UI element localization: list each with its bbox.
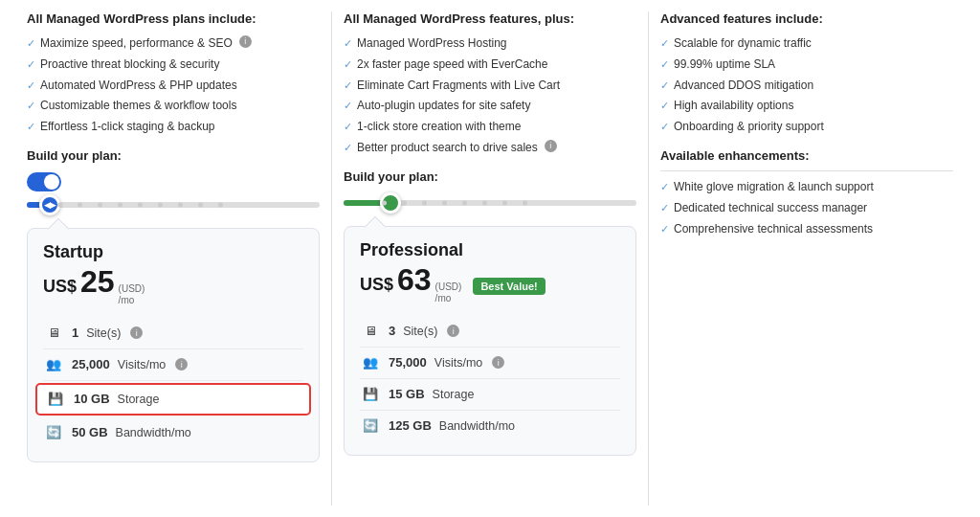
slider-dot bbox=[118, 202, 122, 207]
slider-dot bbox=[57, 202, 62, 207]
feature-text: Effortless 1-click staging & backup bbox=[40, 119, 215, 135]
list-item: ✓ Better product search to drive sales i bbox=[344, 140, 636, 156]
slider-dot bbox=[482, 200, 487, 205]
plan-spec-bandwidth: 🔄 50 GB Bandwidth/mo bbox=[43, 417, 303, 448]
storage-label-2: Storage bbox=[433, 388, 475, 401]
check-icon: ✓ bbox=[660, 79, 669, 93]
feature-text: Advanced DDOS mitigation bbox=[674, 78, 813, 94]
divider bbox=[660, 170, 953, 171]
plan-spec-visits: 👥 25,000 Visits/mo i bbox=[43, 349, 303, 381]
sites-count-2: 3 bbox=[389, 324, 395, 338]
plan-name-startup: Startup bbox=[43, 242, 303, 262]
column-features: All Managed WordPress features, plus: ✓ … bbox=[332, 11, 649, 506]
slider-dot bbox=[462, 200, 467, 205]
slider-dot bbox=[523, 200, 527, 205]
build-plan-label-2: Build your plan: bbox=[344, 169, 636, 184]
visits-label-2: Visits/mo bbox=[434, 356, 482, 370]
feature-text: 1-click store creation with theme bbox=[357, 119, 521, 135]
bandwidth-icon: 🔄 bbox=[43, 422, 64, 443]
list-item: ✓ Effortless 1-click staging & backup bbox=[27, 119, 320, 135]
feature-text: Automated WordPress & PHP updates bbox=[40, 78, 237, 94]
plan-spec-bandwidth-2: 🔄 125 GB Bandwidth/mo bbox=[360, 411, 620, 441]
column-managed-wp: All Managed WordPress plans include: ✓ M… bbox=[15, 11, 332, 506]
col3-enhancements-list: ✓ White glove migration & launch support… bbox=[660, 179, 953, 236]
visits-count: 25,000 bbox=[72, 357, 110, 371]
info-icon[interactable]: i bbox=[239, 35, 252, 48]
toggle-wrapper bbox=[27, 172, 320, 191]
toggle-switch[interactable] bbox=[27, 172, 61, 191]
bandwidth-size: 50 GB bbox=[72, 425, 108, 439]
list-item: ✓ 99.99% uptime SLA bbox=[660, 56, 953, 73]
col1-feature-list: ✓ Maximize speed, performance & SEO i ✓ … bbox=[27, 35, 320, 135]
slider-dot bbox=[382, 200, 387, 205]
check-icon: ✓ bbox=[344, 57, 352, 72]
best-value-badge: Best Value! bbox=[473, 278, 545, 295]
check-icon: ✓ bbox=[660, 222, 669, 236]
feature-text: High availability options bbox=[674, 98, 793, 114]
plan-spec-sites: 🖥 1 Site(s) i bbox=[43, 318, 303, 349]
check-icon: ✓ bbox=[27, 120, 35, 134]
col3-title: Advanced features include: bbox=[660, 11, 953, 26]
info-icon[interactable]: i bbox=[492, 356, 504, 369]
slider-bar-1: ◀▶ bbox=[27, 202, 320, 208]
visits-icon: 👥 bbox=[43, 354, 64, 375]
list-item: ✓ Managed WordPress Hosting bbox=[344, 35, 636, 52]
plan-price-sub: (USD) /mo bbox=[119, 283, 145, 306]
plan-card-notch bbox=[48, 218, 70, 240]
plan-spec-storage-2: 💾 15 GB Storage bbox=[360, 379, 620, 411]
slider-dot bbox=[78, 202, 82, 207]
list-item: ✓ Dedicated technical success manager bbox=[660, 200, 953, 216]
plan-currency: US$ bbox=[43, 277, 77, 297]
visits-icon-2: 👥 bbox=[360, 352, 381, 373]
check-icon: ✓ bbox=[344, 120, 352, 134]
list-item: ✓ Onboarding & priority support bbox=[660, 119, 953, 135]
check-icon: ✓ bbox=[344, 99, 352, 113]
slider-dot bbox=[218, 202, 223, 207]
check-icon: ✓ bbox=[344, 141, 352, 155]
storage-icon: 💾 bbox=[45, 389, 66, 410]
plan-price-main-2: 63 bbox=[397, 262, 432, 298]
bandwidth-label-2: Bandwidth/mo bbox=[439, 419, 515, 433]
feature-text: Customizable themes & workflow tools bbox=[40, 98, 236, 114]
list-item: ✓ Auto-plugin updates for site safety bbox=[344, 98, 636, 114]
slider-dot bbox=[158, 202, 163, 207]
toggle-knob bbox=[44, 174, 59, 190]
build-plan-label-1: Build your plan: bbox=[27, 148, 320, 163]
feature-text: Proactive threat blocking & security bbox=[40, 56, 219, 73]
storage-label: Storage bbox=[118, 393, 160, 406]
plan-currency-2: US$ bbox=[360, 275, 393, 295]
slider-dot bbox=[178, 202, 183, 207]
enhancements-title: Available enhancements: bbox=[660, 148, 953, 163]
plan-spec-storage: 💾 10 GB Storage bbox=[35, 383, 311, 416]
info-icon[interactable]: i bbox=[130, 326, 143, 339]
plan-card-professional: Professional US$ 63 (USD) /mo Best Value… bbox=[344, 226, 636, 456]
info-icon[interactable]: i bbox=[545, 140, 557, 152]
storage-size: 10 GB bbox=[74, 392, 110, 406]
enhancement-text: Dedicated technical success manager bbox=[674, 200, 867, 216]
bandwidth-size-2: 125 GB bbox=[389, 418, 432, 433]
feature-text: Auto-plugin updates for site safety bbox=[357, 98, 530, 114]
list-item: ✓ Automated WordPress & PHP updates bbox=[27, 78, 320, 94]
plan-price-main: 25 bbox=[80, 264, 115, 300]
enhancement-text: Comprehensive technical assessments bbox=[674, 221, 873, 237]
list-item: ✓ Advanced DDOS mitigation bbox=[660, 78, 953, 94]
plan-card-startup: Startup US$ 25 (USD) /mo 🖥 1 Site(s) i 👥 bbox=[27, 228, 320, 462]
slider-dot bbox=[138, 202, 143, 207]
enhancement-text: White glove migration & launch support bbox=[674, 179, 874, 195]
plan-price-row-professional: US$ 63 (USD) /mo Best Value! bbox=[360, 262, 620, 304]
column-advanced: Advanced features include: ✓ Scalable fo… bbox=[649, 11, 965, 506]
slider-track-1[interactable]: ◀▶ bbox=[27, 195, 320, 214]
storage-icon-2: 💾 bbox=[360, 384, 381, 405]
slider-dot bbox=[442, 200, 447, 205]
page-wrapper: All Managed WordPress plans include: ✓ M… bbox=[0, 0, 980, 517]
storage-size-2: 15 GB bbox=[389, 387, 425, 401]
plan-card-notch-2 bbox=[365, 215, 387, 237]
info-icon[interactable]: i bbox=[447, 325, 459, 337]
plan-name-professional: Professional bbox=[360, 240, 620, 260]
slider-track-2[interactable] bbox=[344, 193, 636, 213]
list-item: ✓ Maximize speed, performance & SEO i bbox=[27, 35, 320, 52]
slider-dot bbox=[198, 202, 203, 207]
feature-text: Eliminate Cart Fragments with Live Cart bbox=[357, 78, 560, 94]
check-icon: ✓ bbox=[660, 120, 669, 134]
info-icon[interactable]: i bbox=[175, 358, 188, 371]
